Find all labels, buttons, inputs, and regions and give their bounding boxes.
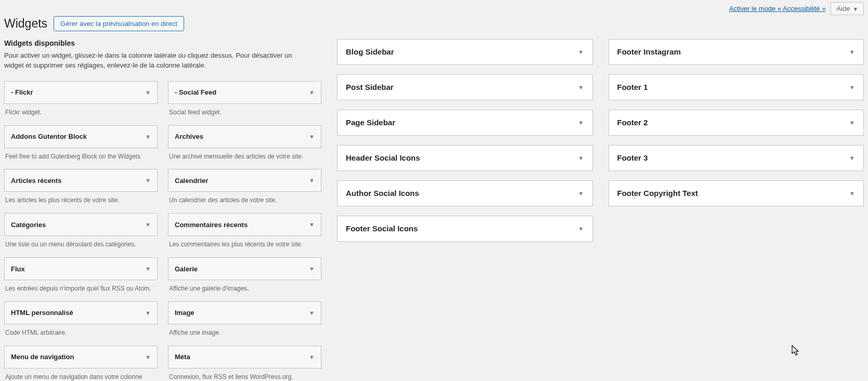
widget-area[interactable]: Footer 2▼ xyxy=(608,110,864,136)
available-widget: - Social Feed▼Social feed widget. xyxy=(168,81,321,118)
widget-description: Flickr widget. xyxy=(4,104,158,118)
widget-item[interactable]: - Social Feed▼ xyxy=(168,81,321,104)
widget-area[interactable]: Footer Copyright Text▼ xyxy=(608,180,864,206)
widget-description: Connexion, flux RSS et liens WordPress.o… xyxy=(168,369,321,381)
chevron-down-icon: ▼ xyxy=(578,226,584,232)
widget-item[interactable]: Galerie▼ xyxy=(168,257,321,280)
widget-area[interactable]: Footer 1▼ xyxy=(608,74,864,100)
available-widget: Addons Gutentor Block▼Feel free to add G… xyxy=(4,125,158,162)
widget-area-title: Post Sidebar xyxy=(346,83,394,91)
chevron-down-icon: ▼ xyxy=(309,89,315,96)
widget-description: Affiche une galerie d'images. xyxy=(168,280,321,294)
chevron-down-icon: ▼ xyxy=(578,120,584,126)
available-widget: Méta▼Connexion, flux RSS et liens WordPr… xyxy=(168,346,321,381)
widget-description: Les entrées depuis n'importe quel flux R… xyxy=(4,280,158,294)
available-widget: - Flickr▼Flickr widget. xyxy=(4,81,158,118)
chevron-down-icon: ▼ xyxy=(309,266,315,272)
widget-item[interactable]: Flux▼ xyxy=(4,257,158,280)
widget-area-title: Footer 2 xyxy=(617,118,648,127)
widget-item[interactable]: Calendrier▼ xyxy=(168,169,321,192)
widget-title: Image xyxy=(175,309,195,317)
widget-area[interactable]: Post Sidebar▼ xyxy=(337,74,593,100)
widget-description: Une archive mensuelle des articles de vo… xyxy=(168,148,321,162)
available-widget: Archives▼Une archive mensuelle des artic… xyxy=(168,125,321,162)
chevron-down-icon: ▼ xyxy=(145,266,151,272)
widget-title: Galerie xyxy=(175,265,198,273)
widget-area[interactable]: Page Sidebar▼ xyxy=(337,110,593,136)
widget-description: Une liste ou un menu déroulant des catég… xyxy=(4,236,158,250)
widget-area-title: Page Sidebar xyxy=(346,118,395,127)
widget-description: Ajoute un menu de navigation dans votre … xyxy=(4,369,158,381)
widget-title: Méta xyxy=(175,353,190,361)
chevron-down-icon: ▼ xyxy=(145,134,151,140)
widget-area-title: Footer Social Icons xyxy=(346,224,418,233)
chevron-down-icon: ▼ xyxy=(849,190,855,196)
widget-title: - Flickr xyxy=(11,88,33,96)
widget-area-title: Footer Instagram xyxy=(617,47,681,56)
widget-title: - Social Feed xyxy=(175,88,216,96)
chevron-down-icon: ▼ xyxy=(145,354,151,360)
available-widget: Catégories▼Une liste ou un menu déroulan… xyxy=(4,213,158,250)
chevron-down-icon: ▼ xyxy=(145,177,151,183)
widget-item[interactable]: Articles récents▼ xyxy=(4,169,158,192)
widget-item[interactable]: Menu de navigation▼ xyxy=(4,346,158,369)
widget-area-title: Footer 3 xyxy=(617,153,648,162)
widget-title: Menu de navigation xyxy=(11,353,74,361)
widget-area[interactable]: Footer Instagram▼ xyxy=(608,39,864,65)
widget-description: Un calendrier des articles de votre site… xyxy=(168,192,321,206)
widget-item[interactable]: Image▼ xyxy=(168,301,321,324)
widget-title: HTML personnalisé xyxy=(11,309,73,317)
widget-area[interactable]: Header Social Icons▼ xyxy=(337,145,593,171)
widget-area[interactable]: Footer Social Icons▼ xyxy=(337,216,593,242)
chevron-down-icon: ▼ xyxy=(849,49,855,55)
available-widget: Articles récents▼Les articles les plus r… xyxy=(4,169,158,206)
available-widget: Menu de navigation▼Ajoute un menu de nav… xyxy=(4,346,158,381)
available-widgets-heading: Widgets disponibles xyxy=(4,39,321,47)
widget-title: Calendrier xyxy=(175,177,208,185)
widget-description: Les commentaires les plus récents de vot… xyxy=(168,236,321,250)
widget-title: Catégories xyxy=(11,221,46,229)
widget-area-title: Blog Sidebar xyxy=(346,47,394,56)
live-preview-button[interactable]: Gérer avec la prévisualisation en direct xyxy=(54,16,184,31)
chevron-down-icon: ▼ xyxy=(578,155,584,161)
chevron-down-icon: ▼ xyxy=(145,89,151,96)
widget-area[interactable]: Footer 3▼ xyxy=(608,145,864,171)
chevron-down-icon: ▼ xyxy=(309,310,315,316)
accessibility-mode-link[interactable]: Activer le mode « Accessibilité » xyxy=(729,5,826,12)
widget-description: Feel free to add Gutenberg Block on the … xyxy=(4,148,158,162)
widget-description: Code HTML arbitraire. xyxy=(4,324,158,338)
available-widget: Calendrier▼Un calendrier des articles de… xyxy=(168,169,321,206)
widget-description: Affiche une image. xyxy=(168,324,321,338)
page-title: Widgets xyxy=(4,16,47,32)
widget-title: Articles récents xyxy=(11,177,62,185)
widget-item[interactable]: - Flickr▼ xyxy=(4,81,158,104)
widget-title: Addons Gutentor Block xyxy=(11,133,87,140)
available-widget: Image▼Affiche une image. xyxy=(168,301,321,338)
widget-item[interactable]: Catégories▼ xyxy=(4,213,158,236)
chevron-down-icon: ▼ xyxy=(309,134,315,140)
widget-area-title: Header Social Icons xyxy=(346,153,420,162)
widget-item[interactable]: HTML personnalisé▼ xyxy=(4,301,158,324)
chevron-down-icon: ▼ xyxy=(853,6,858,12)
available-widget: HTML personnalisé▼Code HTML arbitraire. xyxy=(4,301,158,338)
chevron-down-icon: ▼ xyxy=(309,177,315,183)
widget-item[interactable]: Méta▼ xyxy=(168,346,321,369)
chevron-down-icon: ▼ xyxy=(309,354,315,360)
widget-item[interactable]: Commentaires récents▼ xyxy=(168,213,321,236)
widget-title: Commentaires récents xyxy=(175,221,248,229)
chevron-down-icon: ▼ xyxy=(578,190,584,196)
widget-description: Les articles les plus récents de votre s… xyxy=(4,192,158,206)
chevron-down-icon: ▼ xyxy=(309,221,315,228)
widget-title: Archives xyxy=(175,133,203,140)
widget-area-title: Author Social Icons xyxy=(346,189,419,198)
widget-area-title: Footer 1 xyxy=(617,83,648,91)
help-tab[interactable]: Aide ▼ xyxy=(831,2,864,15)
chevron-down-icon: ▼ xyxy=(145,310,151,316)
chevron-down-icon: ▼ xyxy=(849,120,855,126)
widget-area[interactable]: Blog Sidebar▼ xyxy=(337,39,593,65)
widget-item[interactable]: Addons Gutentor Block▼ xyxy=(4,125,158,148)
widget-area[interactable]: Author Social Icons▼ xyxy=(337,180,593,206)
widget-item[interactable]: Archives▼ xyxy=(168,125,321,148)
widget-description: Social feed widget. xyxy=(168,104,321,118)
chevron-down-icon: ▼ xyxy=(578,84,584,90)
